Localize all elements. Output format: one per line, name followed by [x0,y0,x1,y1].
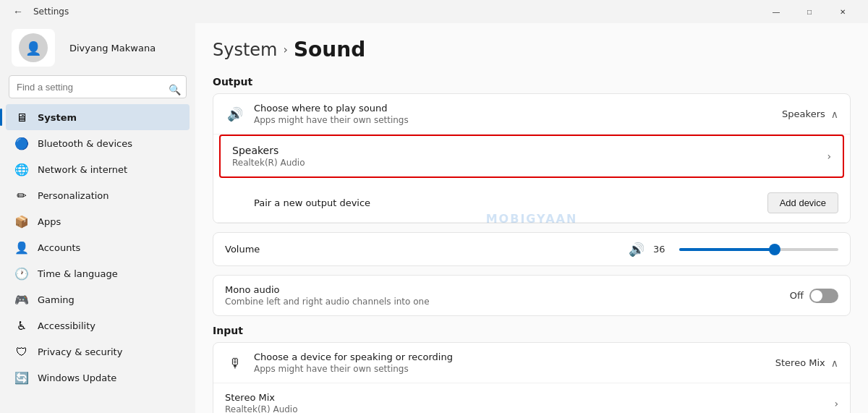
sidebar-label-update: Windows Update [38,372,116,383]
update-icon: 🔄 [14,370,29,385]
search-container: 🔍 [0,75,195,104]
user-profile: 👤 Divyang Makwana [0,23,195,75]
input-card: 🎙 Choose a device for speaking or record… [213,342,851,413]
mono-audio-right: Off [790,289,838,303]
choose-output-sub: Apps might have their own settings [254,115,782,125]
mono-audio-row: Mono audio Combine left and right audio … [213,276,850,315]
sidebar-item-privacy[interactable]: 🛡Privacy & security [6,339,190,365]
mono-audio-toggle-label: Off [790,290,804,301]
breadcrumb: System › Sound [213,38,851,61]
sidebar-label-apps: Apps [38,216,61,227]
volume-value: 36 [653,244,671,255]
choose-output-right: Speakers ∧ [782,108,838,120]
system-icon: 🖥 [14,110,29,124]
toggle-knob [811,290,822,302]
sidebar-label-system: System [38,112,77,123]
volume-row: Volume 🔊 36 [213,232,851,266]
choose-output-row[interactable]: 🔊 Choose where to play sound Apps might … [213,94,850,135]
input-section-heading: Input [213,325,851,336]
sidebar-label-accessibility: Accessibility [38,320,95,331]
sidebar-item-accounts[interactable]: 👤Accounts [6,234,190,260]
volume-fill [679,248,775,251]
bluetooth-icon: 🔵 [14,136,29,150]
sidebar-item-apps[interactable]: 📦Apps [6,208,190,234]
mic-icon: 🎙 [225,353,245,373]
stereo-mix-sub: Realtek(R) Audio [225,404,834,413]
user-name: Divyang Makwana [69,43,156,54]
avatar: 👤 [19,33,48,62]
output-section-heading: Output [213,76,851,88]
sidebar-label-privacy: Privacy & security [38,346,122,357]
mono-audio-toggle[interactable] [809,289,838,303]
breadcrumb-chevron-icon: › [284,43,288,56]
search-input[interactable] [9,75,187,98]
choose-input-right: Stereo Mix ∧ [775,357,838,369]
window-controls: — □ ✕ [760,0,859,23]
sidebar-item-time[interactable]: 🕐Time & language [6,260,190,286]
stereo-mix-chevron-icon: › [834,398,838,409]
sidebar-item-update[interactable]: 🔄Windows Update [6,365,190,391]
speakers-chevron-icon: › [827,150,831,162]
sidebar-item-gaming[interactable]: 🎮Gaming [6,286,190,312]
choose-input-text: Choose a device for speaking or recordin… [254,352,775,374]
mono-audio-card: Mono audio Combine left and right audio … [213,275,851,316]
sidebar: 👤 Divyang Makwana 🔍 🖥System🔵Bluetooth & … [0,23,195,413]
accounts-icon: 👤 [14,240,29,255]
user-card[interactable]: 👤 [12,29,55,67]
titlebar-title: Settings [33,7,69,17]
pair-device-label: Pair a new output device [225,197,767,208]
speakers-inner: Speakers Realtek(R) Audio › [232,145,831,168]
choose-output-title: Choose where to play sound [254,103,782,114]
mono-audio-title: Mono audio [225,284,790,295]
sidebar-item-bluetooth[interactable]: 🔵Bluetooth & devices [6,130,190,156]
volume-thumb [769,244,780,255]
sidebar-label-time: Time & language [38,268,118,279]
sidebar-label-personalization: Personalization [38,190,109,201]
sidebar-item-network[interactable]: 🌐Network & internet [6,156,190,182]
choose-input-row[interactable]: 🎙 Choose a device for speaking or record… [213,343,850,383]
minimize-button[interactable]: — [760,0,793,23]
speakers-subtitle: Realtek(R) Audio [232,158,305,168]
nav-list: 🖥System🔵Bluetooth & devices🌐Network & in… [0,104,195,391]
choose-input-sub: Apps might have their own settings [254,364,775,374]
add-device-button[interactable]: Add device [767,192,838,213]
pair-device-row: Pair a new output device Add device [213,184,850,223]
volume-track [679,248,838,251]
output-card: 🔊 Choose where to play sound Apps might … [213,93,851,223]
speakers-title: Speakers [232,145,305,156]
sidebar-label-bluetooth: Bluetooth & devices [38,138,132,149]
close-button[interactable]: ✕ [826,0,859,23]
titlebar: ← Settings — □ ✕ [0,0,868,23]
sidebar-label-gaming: Gaming [38,294,75,305]
network-icon: 🌐 [14,162,29,176]
mono-audio-sub: Combine left and right audio channels in… [225,297,790,307]
volume-label: Volume [225,244,620,255]
sidebar-label-network: Network & internet [38,164,127,175]
back-button[interactable]: ← [9,4,27,19]
speakers-text: Speakers Realtek(R) Audio [232,145,305,168]
speakers-row[interactable]: Speakers Realtek(R) Audio › [219,135,844,178]
accessibility-icon: ♿ [14,318,29,333]
stereo-mix-title: Stereo Mix [225,392,834,403]
input-chevron-up-icon: ∧ [831,357,838,369]
choose-input-title: Choose a device for speaking or recordin… [254,352,775,362]
choose-input-value: Stereo Mix [775,357,825,368]
volume-slider[interactable] [679,242,838,257]
main-container: 👤 Divyang Makwana 🔍 🖥System🔵Bluetooth & … [0,23,868,413]
breadcrumb-current: Sound [294,38,365,61]
stereo-mix-row[interactable]: Stereo Mix Realtek(R) Audio › [213,383,850,413]
breadcrumb-parent: System [213,40,278,60]
search-icon[interactable]: 🔍 [169,84,181,95]
sidebar-item-system[interactable]: 🖥System [6,104,190,130]
choose-output-value: Speakers [782,108,825,119]
choose-output-text: Choose where to play sound Apps might ha… [254,103,782,125]
sidebar-item-accessibility[interactable]: ♿Accessibility [6,312,190,339]
sidebar-label-accounts: Accounts [38,242,80,253]
stereo-mix-text: Stereo Mix Realtek(R) Audio [225,392,834,413]
stereo-mix-right: › [834,398,838,409]
sidebar-item-personalization[interactable]: ✏️Personalization [6,182,190,208]
maximize-button[interactable]: □ [793,0,826,23]
volume-icon: 🔊 [629,242,644,257]
apps-icon: 📦 [14,214,29,229]
mono-audio-text: Mono audio Combine left and right audio … [225,284,790,307]
